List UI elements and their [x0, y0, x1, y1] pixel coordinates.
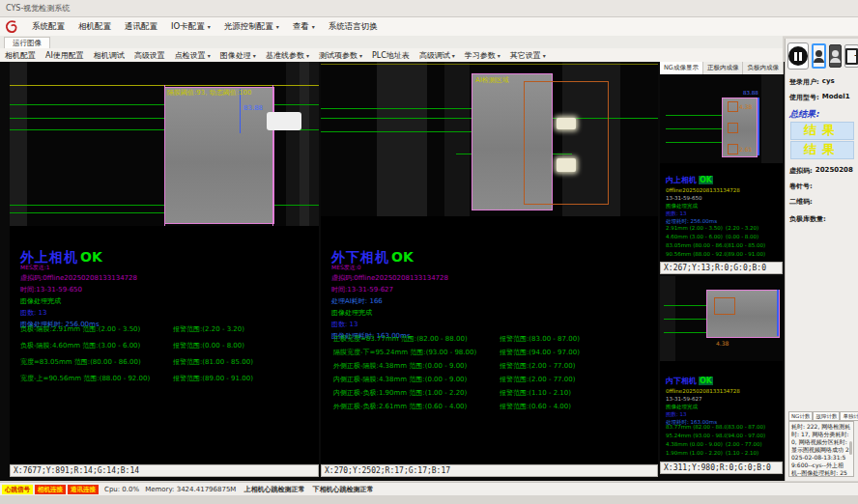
camera-name: 外上相机	[20, 249, 78, 265]
user-icon	[832, 50, 839, 57]
camera-name: 外下相机	[331, 249, 389, 265]
toolbar-baseline-params[interactable]: 基准线参数	[261, 50, 314, 61]
camera-image-outer-upper[interactable]: 83.88 隔膜阈值:93, 动态阈值:100	[10, 62, 319, 226]
heartbeat-upper-status: 上相机心跳检测正常	[243, 485, 304, 494]
measure-line	[321, 131, 477, 132]
tab-anode-inner[interactable]: 负极内成像	[743, 62, 784, 74]
vcode-row: 虚拟码: 20250208	[789, 166, 857, 176]
camera-image-inner-lower[interactable]: 4.38	[660, 276, 783, 361]
toolbar-learning-params[interactable]: 学习参数	[460, 50, 505, 61]
processing-done: 图像处理完成	[666, 403, 740, 410]
ai-elapsed: 处理AI耗时: 166	[331, 295, 448, 307]
toolbar-spot-check[interactable]: 点检设置	[170, 50, 215, 61]
window-titlebar: CYS-视觉检测系统	[0, 0, 858, 17]
memory-usage: Memory: 3424.41796875M	[145, 486, 236, 493]
menu-item-io-config[interactable]: IO卡配置	[164, 21, 217, 33]
processing-done: 图像处理完成	[331, 307, 448, 319]
small-panel-tabs: NG成像显示 正极内成像 负极内成像	[660, 62, 783, 75]
toolbar-other-settings[interactable]: 其它设置	[505, 50, 551, 61]
login-user-value: cys	[822, 77, 835, 87]
toolbar-test-params[interactable]: 测试项参数	[314, 50, 367, 61]
baseline-overlay	[321, 64, 658, 65]
measure-marker	[758, 98, 759, 155]
log-textbox[interactable]: 耗时: 222, 网络检测耗时: 17, 网络分类耗时: 0, 网络视频分区耗时…	[788, 421, 854, 477]
menu-item-view[interactable]: 查看	[286, 21, 322, 33]
toolbar-plc-address[interactable]: PLC地址表	[367, 50, 415, 61]
toolbar-image-processing[interactable]: 图像处理	[215, 50, 261, 61]
capture-time: 时间:13-31-59-627	[331, 284, 448, 295]
pixel-coords: X:270;Y:2502;R:17;G:17;B:17	[325, 466, 450, 475]
login-user-label: 登录用户:	[789, 77, 819, 87]
capture-time: 13-31-59-650	[666, 194, 740, 202]
image-texture	[10, 62, 27, 226]
coords-outer-lower: X:270;Y:2502;R:17;G:17;B:17	[321, 464, 658, 477]
camera-panel-inner-lower: 4.38 内下相机OK 0ffline20250208133134728 13-…	[660, 276, 783, 462]
status-bar: 心跳信号 相机连接 通讯连接 Cpu: 0.0% Memory: 3424.41…	[0, 482, 858, 495]
measurement-row: 内侧正极-隔膜:4.38mm 范围:(0.00 - 9.00) 报警范围:(2.…	[333, 375, 652, 384]
clip-blob	[267, 112, 301, 130]
measurement-list: 83.77mm (82.00 - 88.00) (83.00 - 87.00) …	[666, 423, 780, 458]
weld-glow	[557, 118, 576, 129]
app-logo-icon	[4, 19, 19, 35]
login-user-button[interactable]	[812, 43, 826, 69]
menu-item-light-config[interactable]: 光源控制配置	[217, 21, 286, 33]
toolbar: 相机配置 AI使用配置 相机调试 高级设置 点检设置 图像处理 基准线参数 测试…	[0, 48, 783, 63]
toolbar-advanced-settings[interactable]: 高级设置	[129, 50, 170, 61]
result-block-outer-lower: 外下相机OK MES发送:0 虚拟码:0ffline20250208133134…	[331, 247, 448, 342]
roi-edge	[272, 85, 273, 226]
ai-roi-rect	[728, 101, 738, 112]
log-tab-single-count[interactable]: 单独计数	[840, 411, 858, 421]
comm-connection-badge: 通讯连接	[68, 485, 99, 494]
ai-roi-rect	[524, 81, 609, 205]
toolbar-camera-debug[interactable]: 相机调试	[89, 50, 129, 61]
menu-item-language-switch[interactable]: 系统语言切换	[322, 21, 385, 33]
pause-button[interactable]	[787, 42, 809, 70]
measurement-row: 负极-隔膜:4.60mm 范围:(3.00 - 6.00) 报警范围:(0.00…	[20, 341, 315, 350]
measurement-row: 负极-隔膜:2.91mm 范围:(2.00 - 3.50) 报警范围:(2.20…	[20, 324, 315, 334]
measure-marker	[777, 290, 779, 336]
tab-ng-display[interactable]: NG成像显示	[660, 62, 703, 74]
camera-panel-inner-upper: NG成像显示 正极内成像 负极内成像 4.38 2.61 83.88	[660, 62, 783, 262]
toolbar-camera-config[interactable]: 相机配置	[0, 50, 41, 61]
needle-row: 卷针号:	[789, 182, 857, 191]
toolbar-ai-usage-config[interactable]: AI使用配置	[41, 50, 89, 61]
heartbeat-lower-status: 下相机心跳检测正常	[312, 485, 373, 494]
camera-image-outer-lower[interactable]: AI检测区域	[321, 62, 658, 216]
camera-image-inner-upper[interactable]: 4.38 2.61 83.88	[660, 74, 783, 163]
status-ok: OK	[699, 377, 713, 385]
image-texture	[300, 62, 309, 226]
vcode-label: 虚拟码:	[789, 166, 813, 176]
virtual-code: 0ffline20250208133134728	[666, 387, 740, 395]
menu-item-comm-config[interactable]: 通讯配置	[118, 21, 164, 33]
model-label: 使用型号:	[789, 93, 819, 102]
main-content: 83.88 隔膜阈值:93, 动态阈值:100 外上相机OK MES发送:1 虚…	[0, 62, 785, 481]
menu-item-camera-config[interactable]: 相机配置	[72, 21, 118, 33]
image-count: 图数: 13	[331, 319, 448, 330]
operator-button[interactable]	[829, 44, 842, 68]
camera-connection-badge: 相机连接	[35, 485, 66, 494]
cpu-usage: Cpu: 0.0%	[104, 486, 139, 493]
measurement-row: 4.60mm (3.00 - 6.00) (0.00 - 8.00)	[666, 233, 780, 241]
tab-cathode-inner[interactable]: 正极内成像	[703, 62, 744, 74]
toolbar-advanced-debug[interactable]: 高级调试	[415, 50, 460, 61]
ai-roi-rect	[714, 297, 735, 315]
log-tab-fault-count[interactable]: 故障计数	[813, 411, 840, 421]
exit-button[interactable]	[844, 44, 858, 68]
ai-roi-rect	[728, 123, 738, 133]
measurement-row: 4.38mm (0.00 - 9.00) (2.00 - 77.00)	[666, 440, 780, 449]
measure-value-label: 83.88	[243, 104, 263, 112]
tab-row: 运行图像	[0, 36, 783, 49]
measurement-row: 内侧正极-负极:1.90mm 范围:(1.00 - 2.20) 报警范围:(1.…	[333, 388, 652, 398]
menu-item-system-config[interactable]: 系统配置	[25, 21, 72, 33]
capture-time: 13-31-59-627	[666, 395, 740, 403]
log-tab-ng-count[interactable]: NG计数	[788, 411, 813, 421]
roi-tag: 2.61	[739, 146, 752, 153]
image-texture	[444, 62, 470, 216]
result-box-upper: 结果	[790, 122, 854, 140]
status-ok: OK	[699, 176, 713, 184]
log-scrollbar[interactable]	[849, 441, 852, 455]
pixel-coords: X:7677;Y:891;R:14;G:14;B:14	[14, 466, 139, 475]
image-count: 图数: 13	[20, 307, 137, 319]
measure-value-label: 83.88	[743, 90, 758, 96]
image-texture	[377, 62, 427, 216]
